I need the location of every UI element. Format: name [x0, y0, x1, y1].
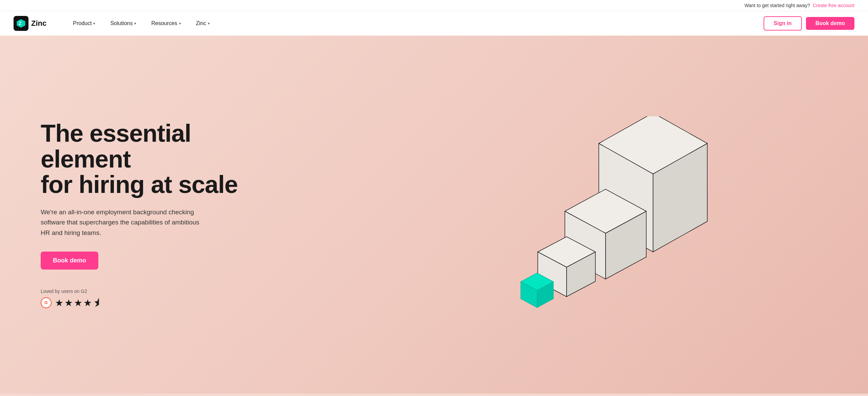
social-proof: Loved by users on G2 G ★ ★ ★ ★ ⯨ — [41, 289, 238, 309]
nav-product-label: Product — [73, 20, 92, 26]
svg-text:Z: Z — [19, 21, 22, 26]
chevron-down-icon: ▾ — [208, 21, 210, 26]
star-rating: ★ ★ ★ ★ ⯨ — [55, 297, 102, 309]
hero-title-line2: element — [41, 145, 131, 173]
nav-item-resources[interactable]: Resources ▾ — [145, 18, 187, 29]
hero-subtitle: We're an all-in-one employment backgroun… — [41, 207, 203, 238]
nav-resources-label: Resources — [151, 20, 177, 26]
book-demo-nav-button[interactable]: Book demo — [806, 17, 854, 30]
star-5: ⯨ — [93, 297, 102, 309]
cubes-svg — [511, 116, 748, 313]
nav-item-solutions[interactable]: Solutions ▾ — [104, 18, 142, 29]
g2-badge: G — [41, 297, 52, 308]
nav-item-product[interactable]: Product ▾ — [67, 18, 101, 29]
star-1: ★ — [55, 297, 63, 309]
star-4: ★ — [83, 297, 92, 309]
nav-item-zinc[interactable]: Zinc ▾ — [190, 18, 216, 29]
nav-zinc-label: Zinc — [196, 20, 206, 26]
hero-section: The essential element for hiring at scal… — [0, 36, 868, 394]
star-2: ★ — [64, 297, 73, 309]
zinc-logo-icon: Z — [16, 19, 26, 28]
navbar: Z Zinc Product ▾ Solutions ▾ Resources ▾… — [0, 11, 868, 36]
topbar-cta-text: Want to get started right away? — [745, 3, 810, 8]
hero-illustration — [391, 36, 868, 394]
social-proof-label: Loved by users on G2 — [41, 289, 238, 294]
logo-box: Z — [14, 16, 28, 31]
nav-links: Product ▾ Solutions ▾ Resources ▾ Zinc ▾ — [67, 18, 763, 29]
logo[interactable]: Z Zinc — [14, 16, 46, 31]
logo-text: Zinc — [31, 19, 46, 28]
hero-title-line3: for hiring at scale — [41, 171, 238, 198]
hero-title-line1: The essential — [41, 120, 191, 147]
stars-row: G ★ ★ ★ ★ ⯨ — [41, 297, 238, 309]
star-3: ★ — [74, 297, 82, 309]
topbar-cta-link[interactable]: Create free account — [813, 3, 854, 8]
book-demo-hero-button[interactable]: Book demo — [41, 252, 98, 270]
nav-solutions-label: Solutions — [110, 20, 133, 26]
hero-content: The essential element for hiring at scal… — [41, 121, 238, 309]
chevron-down-icon: ▾ — [93, 21, 95, 26]
chevron-down-icon: ▾ — [179, 21, 181, 26]
hero-title: The essential element for hiring at scal… — [41, 121, 238, 198]
signin-button[interactable]: Sign in — [764, 16, 802, 31]
top-bar: Want to get started right away? Create f… — [0, 0, 868, 11]
chevron-down-icon: ▾ — [134, 21, 136, 26]
nav-actions: Sign in Book demo — [764, 16, 854, 31]
